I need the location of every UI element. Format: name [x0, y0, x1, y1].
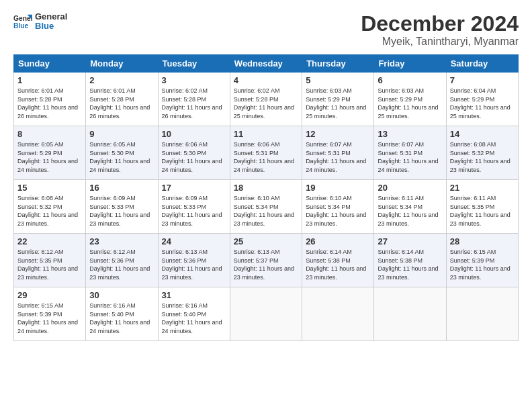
day-number: 20 — [378, 183, 442, 193]
calendar-cell: 9 Sunrise: 6:05 AMSunset: 5:30 PMDayligh… — [86, 126, 158, 180]
day-info: Sunrise: 6:07 AMSunset: 5:31 PMDaylight:… — [378, 141, 438, 173]
calendar-cell: 7 Sunrise: 6:04 AMSunset: 5:29 PMDayligh… — [446, 73, 518, 126]
calendar-cell: 13 Sunrise: 6:07 AMSunset: 5:31 PMDaylig… — [374, 126, 446, 180]
day-info: Sunrise: 6:15 AMSunset: 5:39 PMDaylight:… — [450, 248, 511, 281]
day-number: 2 — [89, 75, 154, 85]
day-info: Sunrise: 6:04 AMSunset: 5:29 PMDaylight:… — [450, 87, 511, 120]
day-number: 25 — [234, 236, 298, 246]
day-number: 26 — [306, 236, 370, 246]
calendar-cell: 2 Sunrise: 6:01 AMSunset: 5:28 PMDayligh… — [86, 73, 158, 126]
calendar-cell: 15 Sunrise: 6:08 AMSunset: 5:32 PMDaylig… — [14, 180, 86, 234]
calendar-cell: 25 Sunrise: 6:13 AMSunset: 5:37 PMDaylig… — [230, 234, 302, 287]
day-number: 5 — [306, 75, 370, 85]
day-number: 27 — [378, 236, 442, 246]
header: General Blue General Blue December 2024 … — [13, 12, 519, 48]
day-info: Sunrise: 6:16 AMSunset: 5:40 PMDaylight:… — [89, 302, 150, 334]
calendar-cell: 14 Sunrise: 6:08 AMSunset: 5:32 PMDaylig… — [446, 126, 518, 180]
day-info: Sunrise: 6:07 AMSunset: 5:31 PMDaylight:… — [306, 141, 366, 173]
day-number: 14 — [450, 129, 515, 139]
day-number: 22 — [17, 236, 82, 246]
logo-general-text: General — [35, 12, 67, 21]
calendar-cell: 3 Sunrise: 6:02 AMSunset: 5:28 PMDayligh… — [158, 73, 230, 126]
calendar-cell: 12 Sunrise: 6:07 AMSunset: 5:31 PMDaylig… — [302, 126, 374, 180]
calendar-cell: 23 Sunrise: 6:12 AMSunset: 5:36 PMDaylig… — [86, 234, 158, 287]
weekday-header-saturday: Saturday — [446, 55, 518, 73]
weekday-header-sunday: Sunday — [14, 55, 86, 73]
day-info: Sunrise: 6:03 AMSunset: 5:29 PMDaylight:… — [378, 87, 438, 120]
calendar-cell: 5 Sunrise: 6:03 AMSunset: 5:29 PMDayligh… — [302, 73, 374, 126]
calendar-cell: 17 Sunrise: 6:09 AMSunset: 5:33 PMDaylig… — [158, 180, 230, 234]
calendar-table: SundayMondayTuesdayWednesdayThursdayFrid… — [13, 54, 519, 341]
calendar-cell — [230, 287, 302, 341]
calendar-cell: 27 Sunrise: 6:14 AMSunset: 5:38 PMDaylig… — [374, 234, 446, 287]
day-number: 10 — [162, 129, 226, 139]
month-title: December 2024 — [361, 12, 519, 36]
day-number: 31 — [162, 290, 226, 300]
svg-text:Blue: Blue — [13, 23, 29, 30]
weekday-header-monday: Monday — [86, 55, 158, 73]
day-info: Sunrise: 6:05 AMSunset: 5:30 PMDaylight:… — [89, 141, 150, 173]
calendar-cell: 30 Sunrise: 6:16 AMSunset: 5:40 PMDaylig… — [86, 287, 158, 341]
day-info: Sunrise: 6:10 AMSunset: 5:34 PMDaylight:… — [306, 195, 366, 227]
day-info: Sunrise: 6:01 AMSunset: 5:28 PMDaylight:… — [17, 87, 78, 120]
day-number: 8 — [17, 129, 82, 139]
day-number: 29 — [17, 290, 82, 300]
day-info: Sunrise: 6:11 AMSunset: 5:34 PMDaylight:… — [378, 195, 438, 227]
day-info: Sunrise: 6:09 AMSunset: 5:33 PMDaylight:… — [162, 195, 222, 227]
logo-icon: General Blue — [13, 12, 32, 31]
day-number: 11 — [234, 129, 298, 139]
day-info: Sunrise: 6:12 AMSunset: 5:35 PMDaylight:… — [17, 248, 78, 281]
calendar-cell: 6 Sunrise: 6:03 AMSunset: 5:29 PMDayligh… — [374, 73, 446, 126]
calendar-cell — [374, 287, 446, 341]
calendar-week-row: 22 Sunrise: 6:12 AMSunset: 5:35 PMDaylig… — [14, 234, 519, 287]
calendar-cell — [302, 287, 374, 341]
calendar-body: 1 Sunrise: 6:01 AMSunset: 5:28 PMDayligh… — [14, 73, 519, 341]
calendar-header: SundayMondayTuesdayWednesdayThursdayFrid… — [14, 55, 519, 73]
day-info: Sunrise: 6:02 AMSunset: 5:28 PMDaylight:… — [234, 87, 294, 120]
day-info: Sunrise: 6:12 AMSunset: 5:36 PMDaylight:… — [89, 248, 150, 281]
day-number: 6 — [378, 75, 442, 85]
day-number: 7 — [450, 75, 515, 85]
day-info: Sunrise: 6:06 AMSunset: 5:31 PMDaylight:… — [234, 141, 294, 173]
day-info: Sunrise: 6:13 AMSunset: 5:36 PMDaylight:… — [162, 248, 222, 281]
day-info: Sunrise: 6:16 AMSunset: 5:40 PMDaylight:… — [162, 302, 222, 334]
calendar-cell: 11 Sunrise: 6:06 AMSunset: 5:31 PMDaylig… — [230, 126, 302, 180]
day-info: Sunrise: 6:01 AMSunset: 5:28 PMDaylight:… — [89, 87, 150, 120]
day-number: 17 — [162, 183, 226, 193]
calendar-cell: 8 Sunrise: 6:05 AMSunset: 5:29 PMDayligh… — [14, 126, 86, 180]
day-number: 28 — [450, 236, 515, 246]
weekday-header-wednesday: Wednesday — [230, 55, 302, 73]
day-info: Sunrise: 6:11 AMSunset: 5:35 PMDaylight:… — [450, 195, 511, 227]
calendar-cell: 4 Sunrise: 6:02 AMSunset: 5:28 PMDayligh… — [230, 73, 302, 126]
day-number: 4 — [234, 75, 298, 85]
weekday-header-tuesday: Tuesday — [158, 55, 230, 73]
calendar-cell: 16 Sunrise: 6:09 AMSunset: 5:33 PMDaylig… — [86, 180, 158, 234]
calendar-week-row: 1 Sunrise: 6:01 AMSunset: 5:28 PMDayligh… — [14, 73, 519, 126]
calendar-cell: 1 Sunrise: 6:01 AMSunset: 5:28 PMDayligh… — [14, 73, 86, 126]
day-number: 21 — [450, 183, 515, 193]
calendar-cell: 26 Sunrise: 6:14 AMSunset: 5:38 PMDaylig… — [302, 234, 374, 287]
location: Myeik, Tanintharyi, Myanmar — [361, 36, 519, 48]
day-number: 3 — [162, 75, 226, 85]
title-block: December 2024 Myeik, Tanintharyi, Myanma… — [361, 12, 519, 48]
day-info: Sunrise: 6:13 AMSunset: 5:37 PMDaylight:… — [234, 248, 294, 281]
day-number: 1 — [17, 75, 82, 85]
calendar-cell — [446, 287, 518, 341]
calendar-cell: 10 Sunrise: 6:06 AMSunset: 5:30 PMDaylig… — [158, 126, 230, 180]
logo: General Blue General Blue — [13, 12, 67, 32]
calendar-cell: 18 Sunrise: 6:10 AMSunset: 5:34 PMDaylig… — [230, 180, 302, 234]
day-number: 9 — [89, 129, 154, 139]
calendar-week-row: 29 Sunrise: 6:15 AMSunset: 5:39 PMDaylig… — [14, 287, 519, 341]
calendar-week-row: 15 Sunrise: 6:08 AMSunset: 5:32 PMDaylig… — [14, 180, 519, 234]
day-number: 15 — [17, 183, 82, 193]
day-info: Sunrise: 6:15 AMSunset: 5:39 PMDaylight:… — [17, 302, 78, 334]
day-info: Sunrise: 6:02 AMSunset: 5:28 PMDaylight:… — [162, 87, 222, 120]
calendar-cell: 29 Sunrise: 6:15 AMSunset: 5:39 PMDaylig… — [14, 287, 86, 341]
calendar-cell: 20 Sunrise: 6:11 AMSunset: 5:34 PMDaylig… — [374, 180, 446, 234]
day-number: 24 — [162, 236, 226, 246]
calendar-cell: 22 Sunrise: 6:12 AMSunset: 5:35 PMDaylig… — [14, 234, 86, 287]
calendar-cell: 24 Sunrise: 6:13 AMSunset: 5:36 PMDaylig… — [158, 234, 230, 287]
logo-blue-text: Blue — [35, 21, 67, 31]
day-info: Sunrise: 6:05 AMSunset: 5:29 PMDaylight:… — [17, 141, 78, 173]
day-number: 12 — [306, 129, 370, 139]
